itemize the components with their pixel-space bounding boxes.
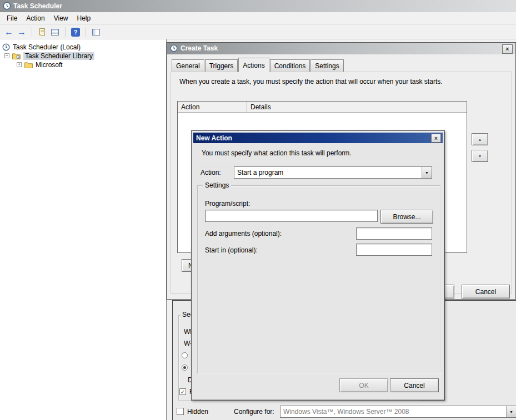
clock-icon: [2, 43, 10, 51]
run-whether-logged-on-radio[interactable]: [182, 365, 188, 371]
configure-for-label: Configure for:: [234, 408, 274, 416]
hidden-label: Hidden: [187, 408, 208, 416]
program-script-label: Program/script:: [205, 200, 250, 208]
chevron-down-icon[interactable]: ▼: [422, 167, 432, 178]
help-icon[interactable]: ?: [71, 28, 80, 37]
menu-action[interactable]: Action: [22, 13, 49, 24]
column-details[interactable]: Details: [247, 102, 467, 112]
action-value: Start a program: [234, 167, 422, 178]
clock-icon: [3, 2, 11, 12]
start-in-label: Start in (optional):: [205, 246, 258, 254]
back-icon[interactable]: ←: [4, 28, 13, 37]
forward-icon[interactable]: →: [17, 28, 26, 37]
cancel-button[interactable]: Cancel: [462, 285, 510, 298]
folder-icon: [24, 62, 33, 68]
divider: [196, 161, 440, 162]
tab-settings[interactable]: Settings: [310, 59, 343, 72]
menu-file[interactable]: File: [2, 13, 22, 24]
console-tree: Task Scheduler (Local) − Task Scheduler …: [0, 39, 167, 420]
main-title: Task Scheduler: [13, 2, 62, 10]
configure-for-combobox[interactable]: Windows Vista™, Windows Server™ 2008 ▼: [280, 406, 516, 418]
tree-item-label: Task Scheduler Library: [23, 52, 94, 60]
create-task-tabs: General Triggers Actions Conditions Sett…: [172, 58, 344, 72]
privileges-checkbox[interactable]: ✓: [179, 388, 186, 395]
close-icon[interactable]: ×: [431, 134, 441, 143]
tab-triggers[interactable]: Triggers: [205, 59, 238, 72]
show-list-icon[interactable]: [51, 28, 59, 37]
tab-general[interactable]: General: [172, 59, 204, 72]
add-arguments-input[interactable]: [356, 227, 432, 240]
new-action-title: New Action: [193, 134, 232, 142]
menu-view[interactable]: View: [49, 13, 73, 24]
toolbar-separator: [65, 27, 66, 37]
program-script-input[interactable]: [205, 210, 378, 222]
create-task-titlebar: Create Task ×: [167, 43, 515, 54]
start-in-input[interactable]: [356, 244, 432, 256]
settings-group-label: Settings: [203, 181, 231, 189]
menu-help[interactable]: Help: [73, 13, 96, 24]
add-arguments-label: Add arguments (optional):: [205, 230, 282, 237]
column-action[interactable]: Action: [178, 102, 247, 112]
new-action-dialog: New Action × You must specify what actio…: [191, 130, 445, 401]
move-down-button[interactable]: ▼: [472, 150, 488, 162]
menubar: File Action View Help: [0, 12, 516, 25]
chevron-down-icon[interactable]: ▼: [506, 406, 516, 417]
task-scheduler-app: Task Scheduler File Action View Help ← →…: [0, 0, 516, 420]
create-task-title: Create Task: [181, 44, 218, 52]
down-arrow-icon: ▼: [478, 154, 482, 158]
folder-clock-icon: [12, 53, 21, 59]
action-combobox[interactable]: Start a program ▼: [234, 166, 432, 179]
toolbar-separator: [32, 27, 32, 37]
tree-item-label: Task Scheduler (Local): [13, 43, 81, 51]
move-up-button[interactable]: ▲: [472, 133, 488, 145]
cancel-button[interactable]: Cancel: [390, 378, 439, 392]
action-label: Action:: [201, 169, 221, 176]
new-action-instruction: You must specify what action this task w…: [202, 149, 352, 157]
up-arrow-icon: ▲: [478, 138, 482, 141]
tree-item-label: Microsoft: [36, 61, 63, 69]
tab-conditions[interactable]: Conditions: [270, 59, 310, 72]
browse-button[interactable]: Browse...: [380, 210, 433, 224]
tab-actions[interactable]: Actions: [238, 58, 269, 72]
export-list-icon[interactable]: [38, 28, 47, 37]
ok-button[interactable]: OK: [339, 378, 388, 392]
main-titlebar: Task Scheduler: [0, 0, 516, 12]
new-action-titlebar: New Action ×: [193, 133, 443, 143]
expand-icon[interactable]: +: [17, 62, 22, 67]
actions-table-header: Action Details: [178, 102, 467, 113]
toolbar: ← → ?: [0, 25, 516, 39]
clock-icon: [170, 44, 178, 54]
actions-instruction: When you create a task, you must specify…: [179, 78, 443, 85]
configure-for-value: Windows Vista™, Windows Server™ 2008: [280, 406, 506, 417]
collapse-icon[interactable]: −: [4, 53, 9, 58]
run-when-logged-on-radio[interactable]: [182, 352, 188, 358]
hidden-checkbox[interactable]: [177, 408, 184, 415]
tree-item-library[interactable]: Task Scheduler Library: [12, 52, 94, 60]
tree-item-root[interactable]: Task Scheduler (Local): [2, 43, 81, 51]
tree-item-microsoft[interactable]: Microsoft: [24, 60, 63, 69]
toolbar-separator: [86, 27, 86, 37]
panes-icon[interactable]: [92, 28, 101, 37]
close-icon[interactable]: ×: [502, 44, 513, 54]
